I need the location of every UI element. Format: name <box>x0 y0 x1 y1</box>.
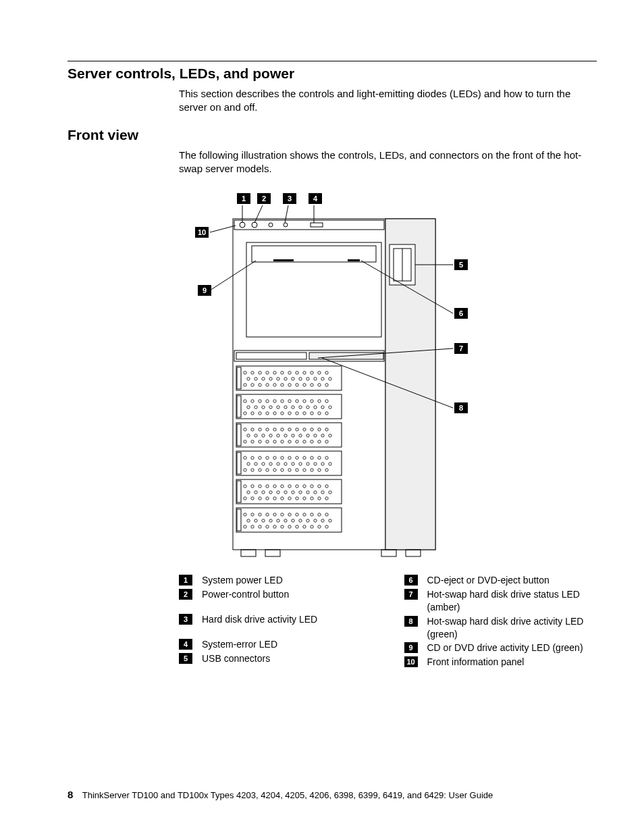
svg-rect-17 <box>236 353 306 359</box>
footer-text: ThinkServer TD100 and TD100x Types 4203,… <box>82 790 493 800</box>
svg-rect-12 <box>348 259 360 261</box>
legend-num-6: 6 <box>404 575 418 585</box>
legend-text-8: Hot-swap hard disk drive activity LED (g… <box>427 615 597 641</box>
legend-text-3: Hard disk drive activity LED <box>202 613 372 626</box>
page-footer: 8 ThinkServer TD100 and TD100x Types 420… <box>68 789 493 800</box>
svg-rect-133 <box>236 451 342 475</box>
svg-rect-20 <box>237 367 241 389</box>
svg-rect-134 <box>237 452 241 474</box>
legend-text-2: Power-control button <box>202 588 372 601</box>
svg-rect-3 <box>234 220 384 230</box>
paragraph-2: The following illustration shows the con… <box>179 149 590 176</box>
svg-rect-250 <box>406 550 421 556</box>
legend-num-10: 10 <box>404 656 418 667</box>
legend-text-7: Hot-swap hard disk drive status LED (amb… <box>427 588 597 614</box>
svg-rect-95 <box>236 423 342 447</box>
legend-num-3: 3 <box>179 614 192 625</box>
legend-text-6: CD-eject or DVD-eject button <box>427 574 597 587</box>
front-view-figure: // draw drive trays pattern (function(){… <box>179 192 584 570</box>
svg-rect-19 <box>236 366 342 390</box>
legend-num-1: 1 <box>179 575 192 585</box>
svg-line-260 <box>210 226 236 232</box>
legend-text-10: Front information panel <box>427 656 597 669</box>
heading-1: Server controls, LEDs, and power <box>68 66 597 82</box>
svg-rect-11 <box>273 259 294 261</box>
svg-rect-171 <box>236 479 342 504</box>
svg-rect-248 <box>265 550 280 556</box>
heading-2: Front view <box>68 127 597 143</box>
legend-text-5: USB connectors <box>202 652 372 665</box>
svg-rect-96 <box>237 424 241 446</box>
page-number: 8 <box>68 789 73 800</box>
legend: 1System power LED 2Power-control button … <box>179 574 597 670</box>
legend-num-4: 4 <box>179 639 192 650</box>
legend-num-2: 2 <box>179 589 192 600</box>
svg-rect-210 <box>237 509 241 531</box>
svg-rect-172 <box>237 481 241 502</box>
legend-num-7: 7 <box>404 589 418 600</box>
paragraph-1: This section describes the controls and … <box>179 87 590 115</box>
legend-num-5: 5 <box>179 653 192 664</box>
svg-rect-209 <box>236 508 342 532</box>
svg-rect-249 <box>381 550 396 556</box>
legend-text-9: CD or DVD drive activity LED (green) <box>427 642 597 654</box>
legend-num-9: 9 <box>404 642 418 653</box>
svg-rect-57 <box>236 394 342 419</box>
svg-rect-58 <box>237 396 241 417</box>
legend-text-4: System-error LED <box>202 638 372 651</box>
svg-rect-247 <box>241 550 256 556</box>
legend-num-8: 8 <box>404 616 418 627</box>
legend-text-1: System power LED <box>202 574 372 587</box>
